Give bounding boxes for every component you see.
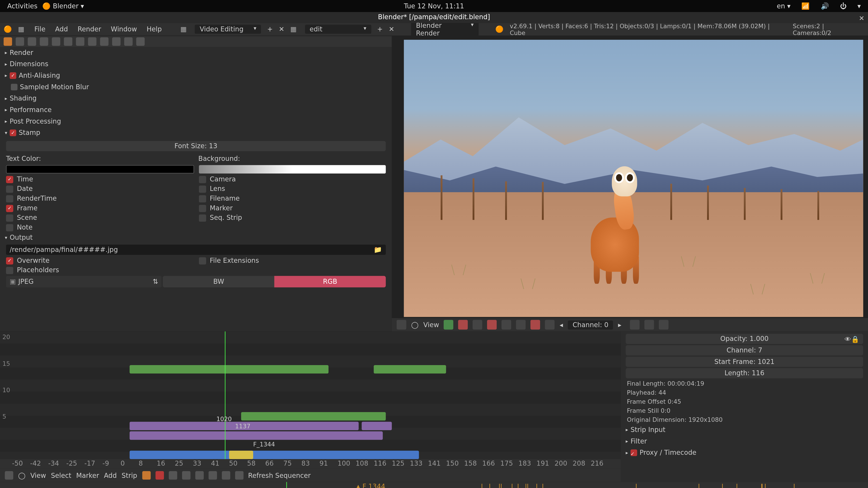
seq-view-menu[interactable]: View bbox=[30, 471, 46, 480]
render-context-icon[interactable] bbox=[4, 37, 12, 46]
marker-icon[interactable] bbox=[765, 484, 765, 488]
marker-icon[interactable] bbox=[542, 484, 543, 488]
display-mode-5-icon[interactable] bbox=[502, 320, 512, 330]
lock-icon[interactable]: 🔒 bbox=[851, 335, 860, 344]
seq-select-menu[interactable]: Select bbox=[51, 471, 71, 480]
object-props-icon[interactable] bbox=[52, 37, 60, 46]
video-strip[interactable] bbox=[241, 412, 386, 420]
seq-display-3-icon[interactable] bbox=[168, 471, 177, 480]
screen-layout-dropdown[interactable]: Video Editing bbox=[195, 25, 261, 34]
length-field[interactable]: Length: 116 bbox=[626, 368, 863, 378]
display-mode-6-icon[interactable] bbox=[516, 320, 526, 330]
file-extensions-check[interactable] bbox=[199, 257, 206, 264]
anti-aliasing-panel-header[interactable]: ▸Anti-Aliasing bbox=[0, 70, 392, 81]
add-menu[interactable]: Add bbox=[53, 25, 70, 33]
sequencer-ruler[interactable]: -50-42-34-25-17-908162533415058667583911… bbox=[0, 459, 621, 469]
frame-check[interactable] bbox=[6, 204, 13, 212]
circle-icon[interactable]: ◯ bbox=[18, 471, 26, 480]
dimensions-panel-header[interactable]: ▸Dimensions bbox=[0, 59, 392, 70]
scene-browse-icon[interactable]: ▦ bbox=[290, 25, 299, 33]
folder-icon[interactable]: 📁 bbox=[374, 246, 382, 254]
refresh-sequencer-button[interactable]: Refresh Sequencer bbox=[248, 471, 311, 480]
seq-strip-menu[interactable]: Strip bbox=[122, 471, 137, 480]
help-menu[interactable]: Help bbox=[145, 25, 164, 33]
marker-icon[interactable] bbox=[536, 484, 537, 488]
marker-icon[interactable] bbox=[699, 484, 700, 488]
video-strip[interactable] bbox=[374, 365, 446, 373]
font-size-field[interactable]: Font Size: 13 bbox=[6, 141, 386, 151]
volume-icon[interactable]: 🔊 bbox=[818, 2, 832, 10]
playhead[interactable]: 1020 bbox=[225, 331, 225, 459]
display-mode-4-icon[interactable] bbox=[487, 320, 497, 330]
seq-editor-type-icon[interactable] bbox=[5, 471, 13, 480]
render-panel-header[interactable]: ▸Render bbox=[0, 47, 392, 59]
texture-props-icon[interactable] bbox=[112, 37, 121, 46]
shading-panel-header[interactable]: ▸Shading bbox=[0, 93, 392, 104]
marker-icon[interactable] bbox=[636, 484, 637, 488]
blender-icon[interactable]: 🟠 bbox=[4, 25, 12, 33]
marker-icon[interactable] bbox=[722, 484, 723, 488]
marker-icon[interactable] bbox=[762, 484, 763, 488]
preview-editor-type-icon[interactable] bbox=[397, 320, 406, 330]
render-menu[interactable]: Render bbox=[76, 25, 103, 33]
camera-check[interactable] bbox=[199, 175, 206, 183]
performance-panel-header[interactable]: ▸Performance bbox=[0, 104, 392, 116]
preview-view-menu[interactable]: View bbox=[423, 321, 439, 329]
refresh-preview-icon[interactable] bbox=[659, 320, 669, 330]
note-check[interactable] bbox=[6, 224, 13, 231]
file-menu[interactable]: File bbox=[33, 25, 47, 33]
display-overlay-icon[interactable] bbox=[458, 320, 468, 330]
text-color-swatch[interactable] bbox=[6, 165, 194, 173]
seq-display-2-icon[interactable] bbox=[155, 471, 164, 480]
seq-display-7-icon[interactable] bbox=[221, 471, 230, 480]
date-check[interactable] bbox=[6, 185, 13, 193]
bw-button[interactable]: BW bbox=[163, 276, 274, 287]
filename-check[interactable] bbox=[199, 195, 206, 202]
editor-type-icon[interactable]: ▦ bbox=[18, 25, 26, 33]
material-props-icon[interactable] bbox=[100, 37, 108, 46]
particles-icon[interactable] bbox=[124, 37, 132, 46]
seq-display-4-icon[interactable] bbox=[182, 471, 190, 480]
circle-icon[interactable]: ◯ bbox=[411, 321, 418, 329]
seq-display-6-icon[interactable] bbox=[208, 471, 217, 480]
add-scene-button[interactable]: + bbox=[377, 25, 383, 33]
seq-display-1-icon[interactable] bbox=[142, 471, 150, 480]
motion-blur-panel-header[interactable]: Sampled Motion Blur bbox=[0, 81, 392, 93]
marker-icon[interactable] bbox=[501, 484, 502, 488]
anti-aliasing-check[interactable] bbox=[10, 72, 16, 79]
data-props-icon[interactable] bbox=[88, 37, 96, 46]
render-engine-dropdown[interactable]: Blender Render bbox=[411, 21, 478, 38]
marker-icon[interactable] bbox=[489, 484, 490, 488]
seq-strip-check[interactable] bbox=[199, 214, 206, 221]
scene-props-icon[interactable] bbox=[28, 37, 36, 46]
marker-icon[interactable] bbox=[737, 484, 737, 488]
display-mode-icon[interactable] bbox=[444, 320, 454, 330]
screen-layout-browse-icon[interactable]: ▦ bbox=[180, 25, 189, 33]
time-check[interactable] bbox=[6, 175, 13, 183]
close-icon[interactable]: ✕ bbox=[859, 13, 864, 24]
format-dropdown[interactable]: JPEG⇅ bbox=[6, 276, 162, 287]
lock-icon[interactable] bbox=[630, 320, 640, 330]
seq-marker-menu[interactable]: Marker bbox=[76, 471, 99, 480]
eye-icon[interactable]: 👁 bbox=[844, 335, 851, 344]
marker-icon[interactable] bbox=[512, 484, 512, 488]
lang-indicator[interactable]: en ▾ bbox=[774, 2, 793, 10]
marker-icon[interactable] bbox=[761, 484, 762, 488]
background-swatch[interactable] bbox=[199, 165, 386, 173]
marker-icon[interactable] bbox=[794, 484, 795, 488]
window-menu[interactable]: Window bbox=[109, 25, 139, 33]
channel-field[interactable]: Channel: 7 bbox=[626, 345, 863, 355]
activities-button[interactable]: Activities bbox=[5, 2, 40, 10]
proxy-timecode-header[interactable]: ▸Proxy / Timecode bbox=[626, 448, 863, 458]
seq-display-5-icon[interactable] bbox=[195, 471, 204, 480]
timeline-scrubber[interactable]: ▲ F 1344 bbox=[0, 482, 868, 488]
meta-strip[interactable] bbox=[362, 422, 392, 430]
marker-icon[interactable] bbox=[518, 484, 518, 488]
add-layout-button[interactable]: + bbox=[267, 25, 273, 33]
modifiers-icon[interactable] bbox=[76, 37, 84, 46]
world-props-icon[interactable] bbox=[40, 37, 48, 46]
wifi-icon[interactable]: 📶 bbox=[799, 2, 812, 10]
marker-icon[interactable] bbox=[528, 484, 528, 488]
output-path-field[interactable]: /render/pampa/final/#####.jpg 📁 bbox=[6, 245, 386, 255]
meta-strip[interactable] bbox=[129, 431, 383, 440]
